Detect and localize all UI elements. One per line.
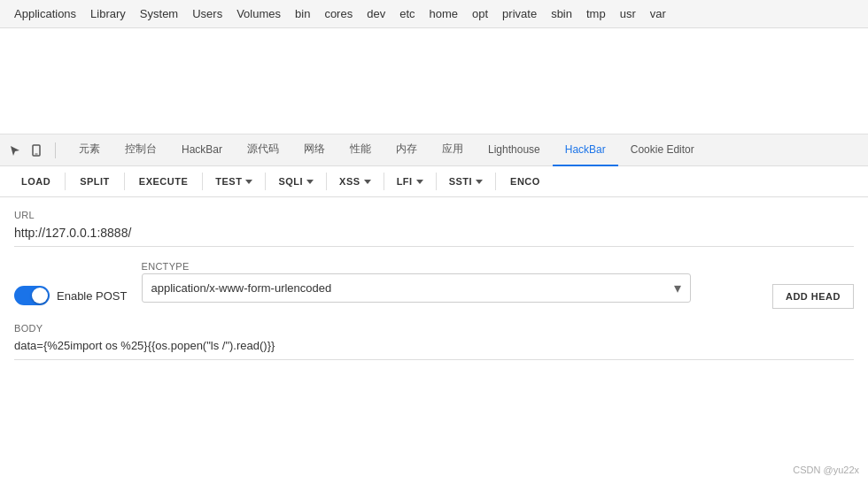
toolbar-btn-ssti[interactable]: SSTI (440, 172, 492, 191)
devtools-tab-性能[interactable]: 性能 (337, 134, 384, 166)
hackbar-content: URL http://127.0.0.1:8888/ Enable POST e… (0, 197, 868, 373)
hackbar-toolbar: LOADSPLITEXECUTETESTSQLIXSSLFISSTIENCO (0, 166, 868, 197)
top-menu-item[interactable]: etc (394, 5, 420, 22)
devtools-tab-bar: 元素控制台HackBar源代码网络性能内存应用LighthouseHackBar… (0, 134, 868, 166)
enable-post-group: Enable POST (14, 261, 128, 305)
toolbar-divider (65, 173, 66, 190)
browser-content-area (0, 28, 868, 134)
top-menu-bar: ApplicationsLibrarySystemUsersVolumesbin… (0, 0, 868, 28)
body-value[interactable]: data={%25import os %25}{{os.popen("ls /"… (14, 335, 854, 360)
dropdown-arrow-icon (306, 180, 314, 184)
top-menu-item[interactable]: Library (85, 5, 131, 22)
toolbar-divider (326, 173, 327, 190)
enctype-group: enctype application/x-www-form-urlencode… (142, 261, 758, 303)
post-section: Enable POST enctype application/x-www-fo… (14, 261, 854, 309)
top-menu-item[interactable]: var (645, 5, 671, 22)
devtools-tab-应用[interactable]: 应用 (430, 134, 476, 166)
enctype-value: application/x-www-form-urlencoded (151, 281, 674, 295)
top-menu-item[interactable]: opt (467, 5, 493, 22)
devtools-tab-lighthouse[interactable]: Lighthouse (476, 134, 553, 166)
dropdown-arrow-icon (364, 180, 371, 184)
devtools-tab-内存[interactable]: 内存 (384, 134, 430, 166)
toolbar-btn-xss[interactable]: XSS (330, 172, 380, 191)
devtools-tab-hackbar[interactable]: HackBar (553, 134, 618, 166)
toolbar-btn-test[interactable]: TEST (206, 172, 261, 191)
top-menu-item[interactable]: sbin (546, 5, 577, 22)
url-label: URL (14, 210, 854, 220)
add-head-button[interactable]: ADD HEAD (772, 284, 854, 309)
devtools-tab-元素[interactable]: 元素 (66, 134, 112, 166)
top-menu-item[interactable]: Volumes (231, 5, 286, 22)
body-section: Body data={%25import os %25}{{os.popen("… (14, 323, 854, 360)
url-value[interactable]: http://127.0.0.1:8888/ (14, 222, 854, 247)
toolbar-btn-split[interactable]: SPLIT (69, 172, 120, 191)
devtools-icon-group (7, 142, 56, 158)
toolbar-btn-lfi[interactable]: LFI (388, 172, 432, 191)
toolbar-btn-enco[interactable]: ENCO (500, 172, 551, 191)
top-menu-item[interactable]: cores (319, 5, 358, 22)
toggle-track (14, 286, 50, 305)
devtools-tab-控制台[interactable]: 控制台 (112, 134, 169, 166)
top-menu-item[interactable]: Users (187, 5, 228, 22)
enctype-label: enctype (142, 261, 758, 272)
toolbar-btn-load[interactable]: LOAD (11, 172, 61, 191)
toolbar-btn-execute[interactable]: EXECUTE (128, 172, 198, 191)
mobile-icon[interactable] (28, 142, 44, 158)
toolbar-divider (495, 173, 496, 190)
top-menu-item[interactable]: usr (615, 5, 641, 22)
top-menu-item[interactable]: bin (290, 5, 315, 22)
top-menu-item[interactable]: Applications (9, 5, 81, 22)
enable-post-label: Enable POST (57, 289, 128, 303)
top-menu-item[interactable]: dev (361, 5, 391, 22)
devtools-tab-cookie-editor[interactable]: Cookie Editor (618, 134, 707, 166)
cursor-icon[interactable] (7, 142, 23, 158)
toolbar-divider (384, 173, 384, 190)
devtools-tab-hackbar[interactable]: HackBar (169, 134, 235, 166)
enctype-arrow-icon: ▾ (674, 280, 681, 296)
toolbar-divider (202, 173, 203, 190)
top-menu-item[interactable]: home (424, 5, 464, 22)
devtools-tab-网络[interactable]: 网络 (291, 134, 337, 166)
watermark: CSDN @yu22x (793, 465, 859, 475)
enctype-select[interactable]: application/x-www-form-urlencoded ▾ (142, 273, 691, 303)
toolbar-divider (124, 173, 125, 190)
toolbar-divider (436, 173, 437, 190)
body-label: Body (14, 323, 854, 334)
top-menu-item[interactable]: tmp (581, 5, 611, 22)
enable-post-toggle[interactable] (14, 286, 50, 305)
toolbar-btn-sqli[interactable]: SQLI (269, 172, 322, 191)
dropdown-arrow-icon (476, 180, 483, 184)
toolbar-divider (265, 173, 266, 190)
toggle-thumb (32, 288, 48, 303)
top-menu-item[interactable]: System (135, 5, 183, 22)
dropdown-arrow-icon (416, 180, 423, 184)
dropdown-arrow-icon (245, 180, 252, 184)
devtools-tab-源代码[interactable]: 源代码 (235, 134, 291, 166)
top-menu-item[interactable]: private (497, 5, 542, 22)
